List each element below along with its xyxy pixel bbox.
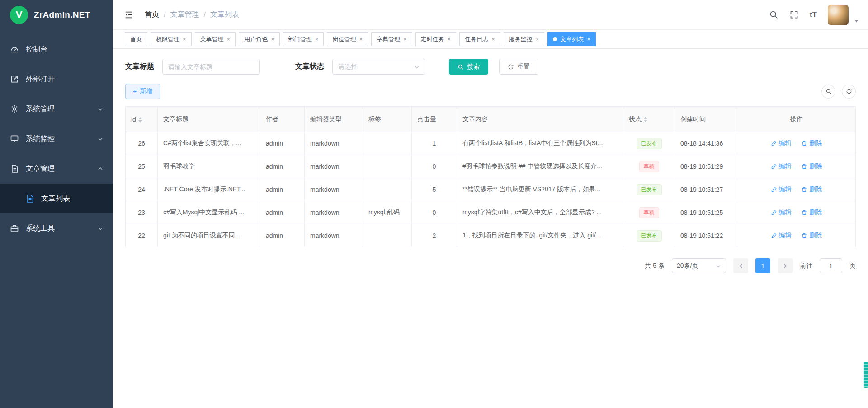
close-icon[interactable]: × xyxy=(448,36,451,42)
cell-tags xyxy=(363,132,412,155)
delete-link[interactable]: 删除 xyxy=(801,209,822,217)
breadcrumb: 首页 / 文章管理 / 文章列表 xyxy=(145,10,239,19)
search-icon[interactable] xyxy=(769,10,778,19)
cell-actions: 编辑 删除 xyxy=(737,155,856,178)
cell-hits: 0 xyxy=(412,201,457,224)
goto-label: 前往 xyxy=(800,262,812,270)
col-content: 文章内容 xyxy=(457,107,623,132)
sidebar-item-external[interactable]: 外部打开 xyxy=(0,64,113,94)
delete-link[interactable]: 删除 xyxy=(801,139,822,147)
sidebar-item-article-mgmt[interactable]: 文章管理 xyxy=(0,154,113,184)
status-badge: 草稿 xyxy=(639,161,659,172)
cell-tags xyxy=(363,178,412,201)
edit-link[interactable]: 编辑 xyxy=(771,139,792,147)
close-icon[interactable]: × xyxy=(587,36,590,42)
breadcrumb-separator: / xyxy=(203,11,205,19)
page-size-select[interactable]: 20条/页 xyxy=(672,258,726,273)
close-icon[interactable]: × xyxy=(227,36,231,42)
cell-created: 08-19 10:51:29 xyxy=(675,155,737,178)
edit-link[interactable]: 编辑 xyxy=(771,232,792,240)
edit-link[interactable]: 编辑 xyxy=(771,209,792,217)
tab-dept-mgmt[interactable]: 部门管理× xyxy=(283,32,324,46)
add-button[interactable]: + 新增 xyxy=(125,84,160,99)
delete-link[interactable]: 删除 xyxy=(801,232,822,240)
tab-dict-mgmt[interactable]: 字典管理× xyxy=(371,32,412,46)
tab-home[interactable]: 首页 xyxy=(125,32,147,46)
close-icon[interactable]: × xyxy=(183,36,186,42)
edit-icon xyxy=(771,186,777,193)
page-number-1[interactable]: 1 xyxy=(755,258,770,273)
delete-icon xyxy=(801,186,807,193)
sort-icon[interactable] xyxy=(138,117,142,123)
title-filter-input[interactable] xyxy=(162,59,260,75)
tab-label: 菜单管理 xyxy=(200,35,224,43)
tabs-bar: 首页 权限管理× 菜单管理× 用户角色× 部门管理× 岗位管理× 字典管理× 定… xyxy=(113,30,868,49)
col-hits: 点击量 xyxy=(412,107,457,132)
caret-down-icon[interactable] xyxy=(854,19,859,25)
sidebar-item-system-mgmt[interactable]: 系统管理 xyxy=(0,94,113,124)
refresh-table-icon[interactable] xyxy=(842,85,856,99)
delete-link[interactable]: 删除 xyxy=(801,162,822,171)
status-filter-select[interactable]: 请选择 xyxy=(332,59,425,75)
edit-link[interactable]: 编辑 xyxy=(771,185,792,194)
chevron-down-icon xyxy=(98,106,103,112)
close-icon[interactable]: × xyxy=(403,36,407,42)
col-label: 状态 xyxy=(629,115,642,123)
delete-label: 删除 xyxy=(809,209,822,217)
breadcrumb-home[interactable]: 首页 xyxy=(145,10,159,19)
close-icon[interactable]: × xyxy=(271,36,274,42)
sidebar-item-system-tools[interactable]: 系统工具 xyxy=(0,213,113,243)
next-page-button[interactable] xyxy=(778,258,793,273)
tab-cron-task[interactable]: 定时任务× xyxy=(415,32,457,46)
font-size-icon[interactable]: tT xyxy=(810,10,817,19)
tab-menu-mgmt[interactable]: 菜单管理× xyxy=(195,32,236,46)
sidebar-item-article-list[interactable]: 文章列表 xyxy=(0,184,113,213)
cell-created: 08-19 10:51:25 xyxy=(675,201,737,224)
delete-icon xyxy=(801,140,807,147)
table-row: 24 .NET Core 发布时提示.NET... admin markdown… xyxy=(126,178,856,201)
sidebar-fold-icon[interactable] xyxy=(124,10,134,20)
edit-link[interactable]: 编辑 xyxy=(771,162,792,171)
tab-task-log[interactable]: 任务日志× xyxy=(459,32,500,46)
tab-article-list[interactable]: 文章列表× xyxy=(547,32,596,46)
toggle-search-icon[interactable] xyxy=(821,85,835,99)
reset-button-label: 重置 xyxy=(517,63,530,71)
sidebar-item-system-monitor[interactable]: 系统监控 xyxy=(0,124,113,154)
monitor-icon xyxy=(10,134,19,143)
prev-page-button[interactable] xyxy=(733,258,748,273)
delete-icon xyxy=(801,209,807,216)
edit-label: 编辑 xyxy=(779,185,792,194)
status-badge: 已发布 xyxy=(637,184,662,195)
tab-permission[interactable]: 权限管理× xyxy=(151,32,192,46)
tab-user-role[interactable]: 用户角色× xyxy=(239,32,280,46)
sort-icon[interactable] xyxy=(644,117,647,122)
cell-editor: markdown xyxy=(305,224,363,247)
delete-link[interactable]: 删除 xyxy=(801,185,822,194)
refresh-icon xyxy=(508,64,514,70)
table-row: 23 c#写入Mysql中文显示乱码 ... admin markdown my… xyxy=(126,201,856,224)
sidebar-item-dashboard[interactable]: 控制台 xyxy=(0,34,113,64)
close-icon[interactable]: × xyxy=(536,36,539,42)
reset-button[interactable]: 重置 xyxy=(499,59,538,75)
status-badge: 已发布 xyxy=(637,230,662,242)
scrollbar-thumb[interactable] xyxy=(864,362,868,388)
col-id[interactable]: id xyxy=(126,107,158,132)
avatar[interactable] xyxy=(828,5,849,25)
search-button[interactable]: 搜索 xyxy=(449,59,488,75)
cell-actions: 编辑 删除 xyxy=(737,178,856,201)
cell-id: 22 xyxy=(126,224,158,247)
col-status[interactable]: 状态 xyxy=(623,107,675,132)
chevron-right-icon xyxy=(783,263,788,269)
close-icon[interactable]: × xyxy=(315,36,319,42)
close-icon[interactable]: × xyxy=(491,36,495,42)
fullscreen-icon[interactable] xyxy=(789,10,799,19)
tab-post-mgmt[interactable]: 岗位管理× xyxy=(327,32,368,46)
goto-page-input[interactable] xyxy=(820,258,842,273)
edit-icon xyxy=(771,163,777,170)
close-icon[interactable]: × xyxy=(359,36,363,42)
tab-service-monitor[interactable]: 服务监控× xyxy=(504,32,545,46)
cell-editor: markdown xyxy=(305,201,363,224)
breadcrumb-article-mgmt[interactable]: 文章管理 xyxy=(170,10,199,19)
col-title: 文章标题 xyxy=(158,107,260,132)
table-row: 22 git 为不同的项目设置不同... admin markdown 2 1，… xyxy=(126,224,856,247)
